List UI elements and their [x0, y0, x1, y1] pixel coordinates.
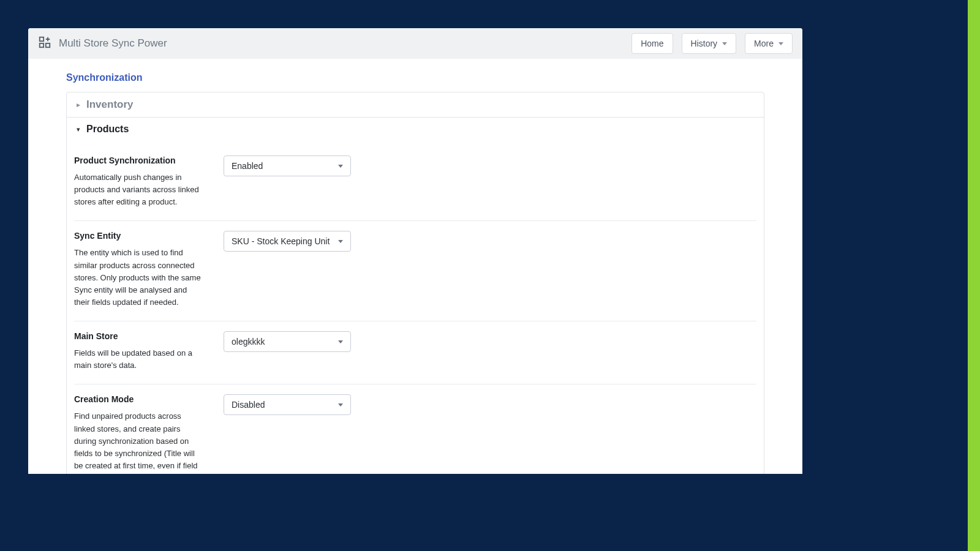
setting-control: olegkkkk	[224, 331, 756, 372]
setting-main-store: Main Store Fields will be updated based …	[74, 321, 756, 384]
home-button[interactable]: Home	[631, 33, 673, 54]
main-store-select[interactable]: olegkkkk	[224, 331, 351, 352]
setting-desc: Find unpaired products across linked sto…	[74, 410, 203, 474]
chevron-down-icon	[338, 240, 343, 243]
svg-rect-0	[40, 37, 43, 41]
chevron-down-icon	[722, 42, 727, 45]
select-value: olegkkkk	[232, 337, 265, 347]
creation-mode-select[interactable]: Disabled	[224, 394, 351, 415]
products-body: Product Synchronization Automatically pu…	[67, 141, 764, 474]
content-area: Synchronization ▸ Inventory ▾ Products P…	[28, 59, 802, 474]
app-title: Multi Store Sync Power	[59, 37, 167, 50]
more-button-label: More	[754, 39, 774, 48]
accordion-inventory[interactable]: ▸ Inventory	[67, 92, 764, 118]
setting-text: Sync Entity The entity which is used to …	[74, 231, 203, 309]
select-value: Disabled	[232, 400, 265, 410]
page-title: Synchronization	[66, 72, 764, 83]
app-title-wrap: Multi Store Sync Power	[38, 36, 167, 51]
svg-rect-2	[46, 43, 50, 47]
setting-control: SKU - Stock Keeping Unit	[224, 231, 756, 309]
history-button-label: History	[691, 39, 718, 48]
setting-text: Product Synchronization Automatically pu…	[74, 156, 203, 208]
setting-creation-mode: Creation Mode Find unpaired products acr…	[74, 384, 756, 474]
setting-control: Enabled	[224, 156, 756, 208]
home-button-label: Home	[641, 39, 663, 48]
setting-desc: Fields will be updated based on a main s…	[74, 347, 203, 372]
app-grid-icon	[38, 36, 51, 51]
setting-product-sync: Product Synchronization Automatically pu…	[74, 146, 756, 221]
accent-bar	[968, 0, 980, 551]
setting-label: Creation Mode	[74, 394, 203, 404]
chevron-down-icon	[338, 403, 343, 407]
chevron-down-icon	[338, 340, 343, 343]
settings-panel: ▸ Inventory ▾ Products Product Synchroni…	[66, 92, 764, 474]
accordion-inventory-title: Inventory	[86, 99, 134, 111]
setting-label: Sync Entity	[74, 231, 203, 241]
setting-label: Product Synchronization	[74, 156, 203, 165]
setting-desc: Automatically push changes in products a…	[74, 171, 203, 208]
history-button[interactable]: History	[682, 33, 737, 54]
chevron-down-icon	[778, 42, 783, 45]
chevron-down-icon: ▾	[77, 126, 80, 133]
select-value: SKU - Stock Keeping Unit	[232, 236, 330, 246]
product-sync-select[interactable]: Enabled	[224, 156, 351, 176]
sync-entity-select[interactable]: SKU - Stock Keeping Unit	[224, 231, 351, 252]
app-topbar: Multi Store Sync Power Home History More	[28, 28, 802, 59]
top-buttons: Home History More	[631, 33, 793, 54]
setting-text: Creation Mode Find unpaired products acr…	[74, 394, 203, 474]
more-button[interactable]: More	[745, 33, 793, 54]
chevron-down-icon	[338, 165, 343, 168]
accordion-products[interactable]: ▾ Products	[67, 118, 764, 141]
setting-control: Disabled	[224, 394, 756, 474]
setting-label: Main Store	[74, 331, 203, 341]
setting-sync-entity: Sync Entity The entity which is used to …	[74, 221, 756, 321]
svg-rect-1	[40, 43, 43, 47]
setting-text: Main Store Fields will be updated based …	[74, 331, 203, 372]
accordion-products-title: Products	[86, 124, 129, 135]
select-value: Enabled	[232, 161, 263, 171]
chevron-right-icon: ▸	[77, 100, 80, 109]
setting-desc: The entity which is used to find similar…	[74, 247, 203, 309]
app-window: Multi Store Sync Power Home History More…	[28, 28, 802, 474]
